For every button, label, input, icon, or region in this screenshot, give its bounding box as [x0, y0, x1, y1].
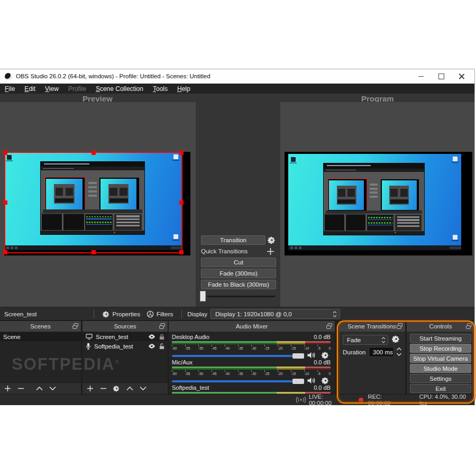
menu-edit[interactable]: Edit [20, 85, 40, 93]
rec-time: REC: 00:00:02 [368, 393, 406, 406]
slider-handle[interactable] [200, 291, 206, 301]
tick-label: -50 [198, 346, 203, 350]
source-row[interactable]: Softpedia_test [83, 342, 168, 351]
tick-label: -15 [291, 372, 296, 376]
filters-button[interactable]: Filters [143, 310, 176, 318]
transition-button[interactable]: Transition [201, 235, 266, 245]
tick-label: -20 [278, 346, 282, 350]
menu-file[interactable]: File [0, 85, 20, 93]
popout-icon[interactable] [326, 323, 333, 329]
move-down-icon[interactable] [140, 386, 147, 391]
lock-icon[interactable] [159, 334, 164, 340]
eye-icon[interactable] [148, 334, 155, 339]
speaker-icon[interactable] [307, 377, 316, 385]
stop-virtual-camera-button[interactable]: Stop Virtual Camera [410, 354, 471, 363]
spinner-icon[interactable] [381, 336, 386, 344]
volume-meter [172, 341, 331, 344]
selected-source-name: Screen_test [4, 311, 36, 317]
popout-icon[interactable] [465, 323, 472, 329]
selection-handle[interactable] [3, 250, 7, 254]
tick-label: -45 [212, 346, 216, 350]
selection-handle[interactable] [179, 250, 184, 254]
menu-profile[interactable]: Profile [63, 85, 91, 93]
source-row[interactable]: Screen_test [83, 332, 168, 341]
menu-scene-collection[interactable]: Scene Collection [91, 85, 148, 93]
speaker-icon[interactable] [307, 351, 316, 359]
display-label: Display [187, 311, 207, 317]
stop-recording-button[interactable]: Stop Recording [410, 344, 471, 353]
live-time: LIVE: 00:00:00 [309, 393, 347, 406]
remove-source-icon[interactable] [100, 385, 107, 392]
duration-label: Duration [343, 349, 365, 355]
source-properties-gear-icon[interactable] [113, 385, 120, 392]
minimize-button[interactable] [411, 69, 431, 84]
scene-transitions-header-label: Scene Transitions [347, 323, 396, 329]
selection-handle[interactable] [3, 200, 7, 205]
menu-bar: File Edit View Profile Scene Collection … [0, 84, 474, 94]
close-button[interactable] [451, 69, 471, 84]
channel-gear-icon[interactable] [322, 351, 329, 359]
quick-transition-fade[interactable]: Fade (300ms) [201, 269, 276, 278]
window-title: OBS Studio 26.0.2 (64-bit, windows) - Pr… [16, 73, 210, 79]
maximize-button[interactable] [431, 69, 451, 84]
controls-header: Controls [407, 321, 474, 332]
menu-view[interactable]: View [40, 85, 63, 93]
sources-header: Sources [83, 321, 168, 332]
channel-gear-icon[interactable] [322, 377, 329, 385]
unlock-icon[interactable] [159, 343, 164, 350]
slider-track[interactable] [207, 296, 275, 297]
exit-button[interactable]: Exit [410, 384, 471, 393]
selection-handle[interactable] [91, 250, 96, 254]
move-down-icon[interactable] [49, 386, 56, 391]
transition-bar-slider[interactable] [200, 291, 276, 301]
selection-handle[interactable] [91, 151, 96, 155]
desktop-icon [453, 157, 457, 161]
properties-button[interactable]: Properties [99, 310, 143, 318]
add-quick-transition-icon[interactable] [267, 248, 274, 255]
controls-header-label: Controls [429, 323, 452, 329]
duration-spinner-icon[interactable] [396, 346, 402, 358]
add-scene-icon[interactable] [4, 385, 11, 392]
tick-label: -60 [172, 372, 177, 376]
menu-help[interactable]: Help [172, 85, 195, 93]
remove-scene-icon[interactable] [17, 385, 24, 392]
selection-handle[interactable] [179, 151, 184, 155]
spinner-icon[interactable] [332, 310, 337, 318]
program-canvas[interactable] [285, 152, 472, 255]
desktop-icon [453, 235, 457, 240]
move-up-icon[interactable] [126, 386, 133, 391]
start-streaming-button[interactable]: Start Streaming [410, 334, 471, 343]
add-source-icon[interactable] [87, 385, 94, 392]
popout-icon[interactable] [396, 323, 403, 329]
nested-obs-window [324, 163, 424, 235]
transition-settings-gear-icon[interactable] [268, 236, 276, 244]
volume-slider[interactable] [172, 355, 292, 357]
scene-list-item[interactable]: Scene [0, 332, 81, 341]
scene-transitions-header: Scene Transitions [338, 321, 405, 332]
quick-transition-fade-to-black[interactable]: Fade to Black (300ms) [201, 280, 276, 289]
eye-icon[interactable] [148, 344, 155, 349]
selection-handle[interactable] [3, 151, 7, 155]
duration-input[interactable]: 300 ms [369, 347, 394, 357]
display-select[interactable]: Display 1: 1920x1080 @ 0,0 [210, 309, 340, 319]
volume-slider-handle[interactable] [292, 353, 304, 359]
tick-label: -40 [225, 346, 230, 350]
transition-type-select[interactable]: Fade [343, 335, 388, 345]
volume-slider-handle[interactable] [292, 379, 304, 384]
display-select-value: Display 1: 1920x1080 @ 0,0 [215, 311, 292, 317]
popout-icon[interactable] [159, 323, 166, 329]
menu-tools[interactable]: Tools [148, 85, 172, 93]
move-up-icon[interactable] [36, 386, 43, 391]
tick-label: -55 [185, 372, 190, 376]
transition-gear-icon[interactable] [392, 335, 400, 343]
settings-button[interactable]: Settings [410, 374, 471, 383]
selection-handle[interactable] [179, 200, 184, 205]
popout-icon[interactable] [72, 323, 79, 329]
quick-transition-cut[interactable]: Cut [201, 258, 276, 267]
tick-label: 0 [328, 372, 331, 376]
source-name: Softpedia_test [94, 343, 133, 350]
studio-mode-button[interactable]: Studio Mode [410, 364, 471, 373]
mixer-channel-desktop-audio: Desktop Audio 0.0 dB -60-55-50-45-40-35-… [172, 334, 331, 360]
volume-slider[interactable] [172, 380, 292, 382]
meter-tick-labels: -60-55-50-45-40-35-30-25-20-15-10-50 [172, 346, 331, 350]
